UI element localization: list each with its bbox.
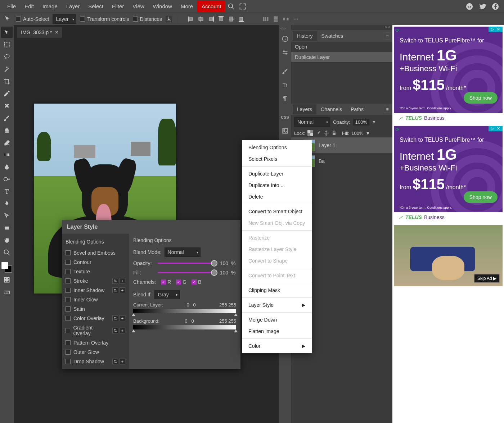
- css-panel-icon[interactable]: CSS: [280, 111, 290, 124]
- menu-edit[interactable]: Edit: [20, 0, 38, 12]
- download-icon[interactable]: [166, 16, 172, 22]
- ad-banner-1[interactable]: ⟳ ▷✕ Switch to TELUS PureFibre™ for Inte…: [394, 27, 503, 123]
- effect-item[interactable]: Gradient Overlay⇅+: [64, 323, 127, 338]
- transform-controls-checkbox[interactable]: Transform controls: [80, 16, 129, 22]
- context-menu-item[interactable]: Flatten Image: [242, 326, 312, 337]
- effect-checkbox[interactable]: [66, 297, 71, 302]
- distances-checkbox[interactable]: Distances: [133, 16, 162, 22]
- blendif-select[interactable]: Gray: [154, 290, 180, 299]
- history-item[interactable]: Open: [291, 42, 392, 52]
- distribute-3-icon[interactable]: [283, 16, 289, 22]
- move-tool[interactable]: [1, 27, 13, 38]
- context-menu-item[interactable]: Clipping Mask: [242, 285, 312, 296]
- context-menu-item[interactable]: Select Pixels: [242, 153, 312, 165]
- effect-checkbox[interactable]: [66, 250, 71, 255]
- current-layer-range[interactable]: [133, 309, 236, 313]
- brush-panel-icon[interactable]: [280, 65, 290, 78]
- effect-checkbox[interactable]: [66, 359, 71, 364]
- history-menu-icon[interactable]: ≡: [384, 32, 391, 40]
- wand-tool[interactable]: [1, 63, 13, 75]
- effect-item[interactable]: Stroke⇅+: [64, 276, 127, 286]
- layers-menu-icon[interactable]: ≡: [384, 106, 391, 113]
- tab-channels[interactable]: Channels: [316, 104, 346, 114]
- reddit-icon[interactable]: [464, 1, 475, 12]
- effect-checkbox[interactable]: [66, 350, 71, 355]
- align-left-icon[interactable]: [188, 16, 194, 22]
- ad-banner-2[interactable]: ⟳ ▷✕ Switch to TELUS PureFibre™ for Inte…: [394, 126, 503, 222]
- info-panel-icon[interactable]: [280, 32, 290, 45]
- effects-header[interactable]: Blending Options: [64, 237, 127, 248]
- character-panel-icon[interactable]: Tt: [280, 78, 290, 91]
- shop-now-button[interactable]: Shop now: [464, 191, 498, 203]
- context-menu-item[interactable]: Layer Style▶: [242, 299, 312, 311]
- context-menu-item[interactable]: Duplicate Into ...: [242, 179, 312, 191]
- foreground-color[interactable]: [1, 262, 8, 269]
- more-options-icon[interactable]: [293, 16, 299, 22]
- channel-r-checkbox[interactable]: ✓R: [161, 279, 171, 285]
- skip-ad-button[interactable]: Skip Ad ▶: [474, 274, 500, 283]
- effect-checkbox[interactable]: [66, 269, 71, 274]
- menu-image[interactable]: Image: [38, 0, 62, 12]
- menu-select[interactable]: Select: [84, 0, 108, 12]
- menu-window[interactable]: Window: [149, 0, 176, 12]
- effect-checkbox[interactable]: [66, 288, 71, 293]
- facebook-icon[interactable]: [490, 1, 501, 12]
- effect-reorder-icon[interactable]: ⇅: [112, 287, 118, 293]
- lock-move-icon[interactable]: [323, 130, 329, 136]
- context-menu-item[interactable]: Delete: [242, 191, 312, 203]
- effect-item[interactable]: Inner Shadow⇅+: [64, 286, 127, 295]
- context-menu-item[interactable]: Blending Options: [242, 142, 312, 153]
- dodge-tool[interactable]: [1, 173, 13, 185]
- search-icon[interactable]: [225, 1, 237, 12]
- lock-transparent-icon[interactable]: [307, 130, 313, 136]
- menu-layer[interactable]: Layer: [62, 0, 84, 12]
- blend-mode-select[interactable]: Normal: [294, 117, 330, 127]
- effect-item[interactable]: Color Overlay⇅+: [64, 314, 127, 323]
- effect-checkbox[interactable]: [66, 260, 71, 265]
- healing-tool[interactable]: [1, 100, 13, 112]
- lasso-tool[interactable]: [1, 51, 13, 63]
- video-ad[interactable]: Skip Ad ▶: [394, 225, 503, 286]
- effect-reorder-icon[interactable]: ⇅: [112, 278, 118, 284]
- ad-close-icon[interactable]: ▷✕: [489, 126, 503, 131]
- tab-paths[interactable]: Paths: [346, 104, 368, 114]
- distribute-v-icon[interactable]: [273, 16, 279, 22]
- effect-item[interactable]: Satin: [64, 304, 127, 314]
- tab-layers[interactable]: Layers: [293, 104, 316, 114]
- blur-tool[interactable]: [1, 161, 13, 173]
- effect-item[interactable]: Bevel and Emboss: [64, 248, 127, 258]
- path-select-tool[interactable]: [1, 210, 13, 222]
- channel-g-checkbox[interactable]: ✓G: [176, 279, 186, 285]
- menu-view[interactable]: View: [128, 0, 148, 12]
- menu-file[interactable]: File: [3, 0, 20, 12]
- effect-checkbox[interactable]: [66, 340, 71, 345]
- layer-style-dialog[interactable]: Layer Style Blending Options Bevel and E…: [62, 220, 240, 369]
- effect-reorder-icon[interactable]: ⇅: [112, 315, 118, 321]
- document-tab[interactable]: IMG_3033.p * ×: [17, 27, 62, 38]
- marquee-tool[interactable]: [1, 39, 13, 50]
- effect-reorder-icon[interactable]: ⇅: [112, 328, 118, 333]
- effect-checkbox[interactable]: [66, 328, 70, 333]
- blend-mode-select[interactable]: Normal: [165, 247, 201, 257]
- eyedropper-tool[interactable]: [1, 88, 13, 99]
- context-menu-item[interactable]: Merge Down: [242, 314, 312, 326]
- effect-add-icon[interactable]: +: [120, 287, 125, 293]
- menu-account[interactable]: Account: [197, 0, 225, 12]
- adjustments-panel-icon[interactable]: [280, 46, 290, 59]
- effect-item[interactable]: Drop Shadow⇅+: [64, 357, 127, 366]
- auto-select-checkbox[interactable]: Auto-Select: [16, 16, 49, 22]
- effect-item[interactable]: Pattern Overlay: [64, 338, 127, 347]
- context-menu-item[interactable]: Color▶: [242, 340, 312, 352]
- eraser-tool[interactable]: [1, 137, 13, 148]
- color-swatches[interactable]: [1, 262, 13, 273]
- channel-b-checkbox[interactable]: ✓B: [192, 279, 201, 285]
- menu-filter[interactable]: Filter: [108, 0, 128, 12]
- thumbnail-panel-icon[interactable]: [280, 124, 290, 137]
- effect-item[interactable]: Contour: [64, 258, 127, 267]
- effect-item[interactable]: Inner Glow: [64, 295, 127, 304]
- effect-add-icon[interactable]: +: [120, 315, 125, 321]
- gradient-tool[interactable]: [1, 149, 13, 160]
- brush-tool[interactable]: [1, 112, 13, 124]
- effect-checkbox[interactable]: [66, 306, 71, 311]
- opacity-dropdown-icon[interactable]: ▼: [372, 120, 376, 124]
